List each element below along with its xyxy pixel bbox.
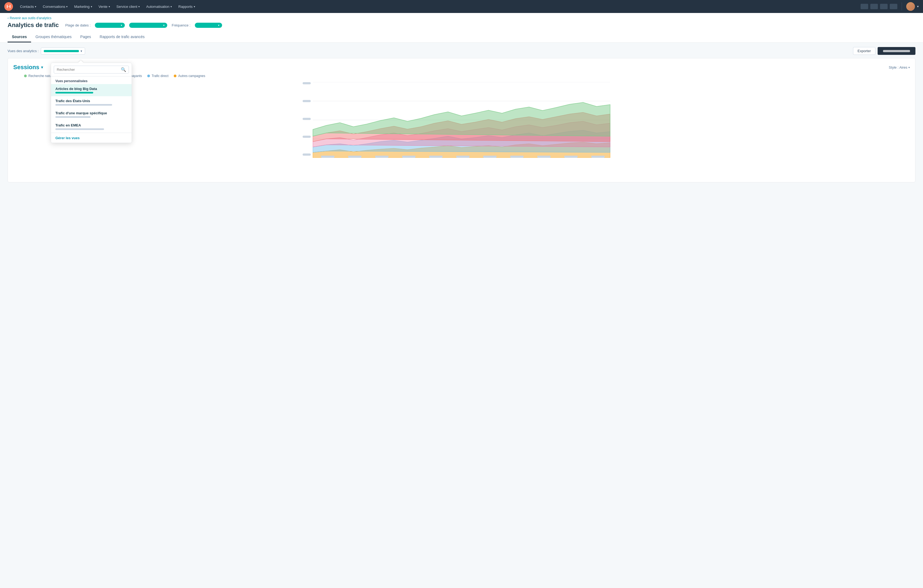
tab-groupes[interactable]: Groupes thématiques xyxy=(31,32,76,43)
svg-rect-6 xyxy=(321,156,335,158)
analytics-right: Exporter xyxy=(853,47,915,55)
legend-dot-0 xyxy=(24,75,27,77)
manage-views-link[interactable]: Gérer les vues xyxy=(56,136,80,140)
primary-action-button[interactable] xyxy=(878,47,915,55)
chevron-down-icon: ▾ xyxy=(218,24,219,27)
nav-item-conversations[interactable]: Conversations ▾ xyxy=(40,3,70,10)
analytics-view-dropdown[interactable]: ▾ xyxy=(41,48,85,54)
date-range-filter2[interactable]: ▾ xyxy=(129,23,167,28)
tab-pages[interactable]: Pages xyxy=(76,32,95,43)
hubspot-logo[interactable] xyxy=(4,2,13,11)
dropdown-item-bar-0 xyxy=(56,92,93,94)
chevron-down-icon: ▾ xyxy=(108,5,110,8)
back-arrow-icon: ‹ xyxy=(8,16,9,20)
page-title-row: Analytics de trafic Plage de dates : ▾ ▾… xyxy=(8,21,915,29)
top-navigation: Contacts ▾ Conversations ▾ Marketing ▾ V… xyxy=(0,0,923,13)
page-title: Analytics de trafic xyxy=(8,21,59,29)
nav-item-contacts[interactable]: Contacts ▾ xyxy=(17,3,39,10)
tabs: Sources Groupes thématiques Pages Rappor… xyxy=(8,32,915,43)
nav-divider xyxy=(902,2,902,10)
tab-rapports[interactable]: Rapports de trafic avancés xyxy=(95,32,149,43)
nav-item-rapports[interactable]: Rapports ▾ xyxy=(176,3,198,10)
chevron-down-icon: ▾ xyxy=(80,49,82,53)
primary-btn-bar xyxy=(883,50,910,52)
dropdown-footer: Gérer les vues xyxy=(51,133,131,143)
nav-icon-1[interactable] xyxy=(861,4,868,9)
svg-rect-10 xyxy=(429,156,443,158)
dropdown-section-label: Vues personnalisées xyxy=(51,77,131,84)
export-button[interactable]: Exporter xyxy=(853,47,875,55)
chevron-down-icon: ▾ xyxy=(138,5,140,8)
svg-rect-11 xyxy=(456,156,470,158)
chevron-down-icon: ▾ xyxy=(163,24,164,27)
svg-rect-18 xyxy=(303,100,311,102)
nav-icon-3[interactable] xyxy=(880,4,888,9)
svg-rect-20 xyxy=(303,136,311,138)
svg-rect-8 xyxy=(375,156,389,158)
area-chart xyxy=(13,82,910,158)
legend-dot-4 xyxy=(174,75,176,77)
chevron-down-icon: ▾ xyxy=(91,5,92,8)
svg-rect-19 xyxy=(303,118,311,120)
frequency-filter[interactable]: ▾ xyxy=(195,23,222,28)
date-range-bar xyxy=(97,24,119,26)
chart-header: Sessions ▾ Style : Aires ▾ xyxy=(13,64,910,71)
svg-rect-9 xyxy=(402,156,416,158)
chevron-down-icon: ▾ xyxy=(171,5,172,8)
svg-rect-14 xyxy=(537,156,551,158)
dropdown-item-0[interactable]: Articles de blog Big Data xyxy=(51,84,131,96)
style-selector[interactable]: Style : Aires ▾ xyxy=(889,66,910,69)
dropdown-search-area: 🔍 xyxy=(51,63,131,77)
nav-item-service-client[interactable]: Service client ▾ xyxy=(114,3,142,10)
topnav-right: ▾ xyxy=(861,2,919,11)
chart-container: Sessions ▾ Style : Aires ▾ Recherche nat… xyxy=(8,58,915,182)
svg-rect-16 xyxy=(591,156,605,158)
search-icon[interactable]: 🔍 xyxy=(121,67,126,72)
filter-group: Plage de dates : ▾ ▾ Fréquence : ▾ xyxy=(66,23,222,28)
back-link[interactable]: ‹ Revenir aux outils d'analytics xyxy=(8,16,915,20)
frequency-filter-label: Fréquence : xyxy=(172,23,190,27)
analytics-bar: Vues des analytics : ▾ Exporter 🔍 Vues p… xyxy=(8,47,915,55)
date-filter-label: Plage de dates : xyxy=(66,23,91,27)
svg-rect-12 xyxy=(483,156,497,158)
date-range-filter[interactable]: ▾ xyxy=(95,23,125,28)
sessions-title: Sessions ▾ xyxy=(13,64,43,71)
dropdown-item-bar-2 xyxy=(56,116,90,118)
search-input[interactable] xyxy=(54,66,129,74)
chart-legend: Recherche naturelle Recherche payante Ré… xyxy=(13,74,910,78)
chevron-down-icon: ▾ xyxy=(66,5,67,8)
dropdown-item-bar-1 xyxy=(56,104,112,106)
chevron-down-icon: ▾ xyxy=(121,24,122,27)
analytics-view-value xyxy=(44,50,79,52)
dropdown-arrow xyxy=(78,60,84,63)
chevron-down-icon[interactable]: ▾ xyxy=(917,5,919,8)
analytics-view-label: Vues des analytics : xyxy=(8,49,39,53)
legend-dot-3 xyxy=(147,75,150,77)
date-range-bar2 xyxy=(132,24,162,26)
tab-sources[interactable]: Sources xyxy=(8,32,31,43)
frequency-bar xyxy=(197,24,217,26)
nav-item-automatisation[interactable]: Automatisation ▾ xyxy=(143,3,174,10)
chevron-down-icon[interactable]: ▾ xyxy=(41,65,43,69)
svg-rect-21 xyxy=(303,153,311,156)
legend-item-4: Autres campagnes xyxy=(174,74,205,78)
chevron-down-icon: ▾ xyxy=(35,5,36,8)
chart-svg-wrapper xyxy=(13,82,910,163)
nav-item-marketing[interactable]: Marketing ▾ xyxy=(71,3,95,10)
svg-rect-7 xyxy=(348,156,361,158)
avatar[interactable] xyxy=(906,2,915,11)
nav-item-vente[interactable]: Vente ▾ xyxy=(96,3,113,10)
dropdown-item-2[interactable]: Trafic d'une marque spécifique xyxy=(51,108,131,120)
svg-rect-13 xyxy=(510,156,524,158)
legend-item-3: Trafic direct xyxy=(147,74,168,78)
analytics-left: Vues des analytics : ▾ xyxy=(8,48,85,54)
dropdown-item-1[interactable]: Trafic des États-Unis xyxy=(51,96,131,108)
dropdown-item-bar-3 xyxy=(56,128,104,130)
svg-rect-15 xyxy=(564,156,578,158)
nav-icon-4[interactable] xyxy=(890,4,897,9)
chevron-down-icon: ▾ xyxy=(194,5,195,8)
main-content: Vues des analytics : ▾ Exporter 🔍 Vues p… xyxy=(0,43,923,187)
dropdown-item-3[interactable]: Trafic en EMEA xyxy=(51,120,131,133)
analytics-view-dropdown-panel: 🔍 Vues personnalisées Articles de blog B… xyxy=(51,63,132,143)
nav-icon-2[interactable] xyxy=(870,4,878,9)
